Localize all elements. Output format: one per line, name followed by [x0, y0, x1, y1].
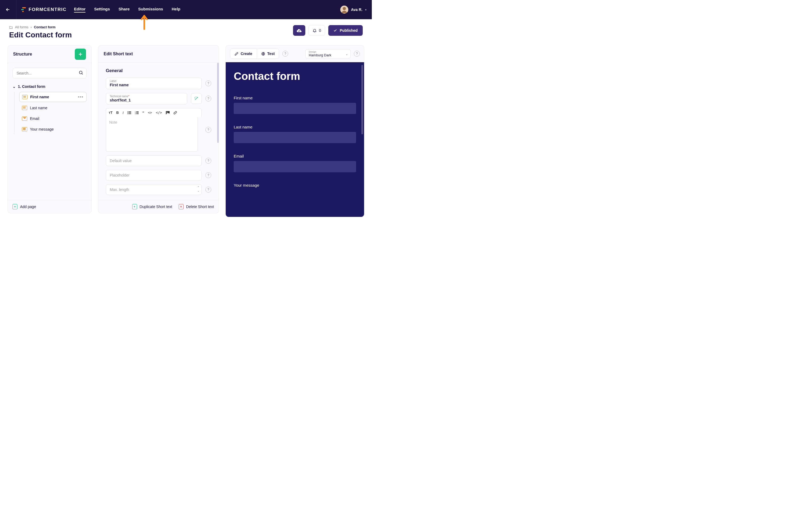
test-mode-button[interactable]: Test [257, 49, 279, 59]
chevron-down-icon[interactable]: ⌄ [197, 189, 200, 193]
rte-code-icon[interactable]: <> [148, 110, 152, 115]
edit-panel: Edit Short text General Label ? Technica… [98, 45, 219, 213]
svg-rect-6 [129, 112, 131, 113]
tree-root-label: 1. Contact form [18, 84, 45, 89]
rte-textsize-icon[interactable]: тT [109, 110, 112, 115]
technical-name-row: Technical name* ? [106, 93, 211, 104]
preview-form-title: Contact form [234, 70, 356, 82]
design-value: Hamburg Dark [309, 53, 347, 57]
help-icon[interactable]: ? [205, 96, 211, 101]
label-input-shell[interactable]: Label [106, 78, 202, 89]
tree-item-label: Last name [30, 106, 47, 110]
svg-rect-12 [136, 112, 139, 113]
rte-bold-icon[interactable]: B [116, 110, 119, 115]
svg-point-1 [343, 7, 346, 10]
note-textarea[interactable]: Note [106, 117, 198, 152]
nav-item-settings[interactable]: Settings [94, 7, 110, 12]
help-icon[interactable]: ? [205, 127, 211, 133]
bell-icon [312, 28, 317, 33]
preview-input[interactable] [234, 103, 356, 114]
search-input[interactable] [12, 68, 87, 78]
rte-quote-icon[interactable]: ” [142, 110, 144, 115]
structure-panel: Structure ⌄ 1. Contact form First name [7, 45, 92, 213]
breadcrumb-root[interactable]: All forms [15, 25, 29, 29]
preview-field-last-name: Last name [234, 125, 356, 143]
default-value-input[interactable] [106, 156, 202, 166]
rte-link-icon[interactable] [173, 110, 177, 115]
rte-ul-icon[interactable] [127, 110, 131, 115]
edit-footer: + Duplicate Short text × Delete Short te… [98, 200, 219, 213]
textarea-field-icon [22, 127, 27, 131]
help-icon[interactable]: ? [354, 51, 360, 57]
breadcrumb-current: Contact form [34, 25, 56, 29]
note-row: тT B I 123 ” <> </> Note ? [106, 108, 211, 152]
help-icon[interactable]: ? [205, 80, 211, 86]
add-page-icon: + [12, 204, 18, 209]
tree-item-message[interactable]: Your message [19, 125, 87, 134]
nav-item-help[interactable]: Help [172, 7, 180, 12]
rte-italic-icon[interactable]: I [123, 110, 124, 115]
help-icon[interactable]: ? [282, 51, 288, 57]
design-select[interactable]: Design Hamburg Dark ⌄ [305, 49, 351, 59]
page-header: All forms › Contact form Edit Contact fo… [0, 19, 372, 42]
help-icon[interactable]: ? [205, 172, 211, 178]
tree-item-label: Your message [30, 127, 54, 131]
nav-item-editor[interactable]: Editor [74, 7, 86, 12]
help-icon[interactable]: ? [205, 158, 211, 164]
technical-name-input[interactable] [110, 98, 183, 102]
rte-codeblock-icon[interactable]: </> [156, 110, 162, 115]
logo-mark-icon [21, 7, 26, 12]
svg-point-7 [128, 113, 129, 114]
workarea: Structure ⌄ 1. Contact form First name [0, 42, 372, 216]
preview-input[interactable] [234, 161, 356, 172]
preview-field-label: Email [234, 154, 356, 158]
check-icon [333, 29, 337, 32]
user-menu[interactable]: Ava R. ▾ [340, 6, 367, 13]
svg-rect-10 [136, 111, 139, 112]
preview-input[interactable] [234, 132, 356, 143]
tree-item-email[interactable]: Email [19, 114, 87, 123]
nav-item-submissions[interactable]: Submissions [138, 7, 163, 12]
logo-text: FORMCENTRIC [29, 7, 67, 12]
help-icon[interactable]: ? [205, 187, 211, 193]
chevron-up-icon[interactable]: ⌃ [197, 185, 200, 189]
notification-count: 0 [319, 28, 321, 33]
published-button[interactable]: Published [328, 25, 363, 36]
tree-item-first-name[interactable]: First name ••• [19, 92, 87, 102]
logo[interactable]: FORMCENTRIC [21, 7, 67, 12]
more-icon[interactable]: ••• [78, 95, 83, 99]
preview-field-label: First name [234, 96, 356, 100]
rte-ol-icon[interactable]: 123 [135, 110, 139, 115]
tree-root[interactable]: ⌄ 1. Contact form [12, 82, 87, 91]
preview-field-email: Email [234, 154, 356, 172]
notifications-button[interactable]: 0 [308, 25, 325, 36]
create-mode-button[interactable]: Create [230, 49, 257, 59]
number-stepper[interactable]: ⌃⌄ [197, 185, 200, 193]
cloud-save-button[interactable] [293, 25, 305, 36]
technical-input-shell[interactable]: Technical name* [106, 93, 187, 104]
default-value-row: ? [106, 156, 211, 166]
pencil-icon [235, 52, 239, 56]
label-input[interactable] [110, 83, 198, 87]
chevron-right-icon: › [31, 25, 32, 29]
avatar [340, 6, 348, 13]
create-label: Create [241, 52, 252, 56]
text-field-icon [22, 106, 27, 110]
nav-item-share[interactable]: Share [119, 7, 130, 12]
delete-button[interactable]: × Delete Short text [179, 204, 214, 209]
maxlength-row: ⌃⌄ ? [106, 184, 211, 195]
add-element-button[interactable] [75, 48, 86, 60]
svg-rect-4 [129, 111, 131, 112]
duplicate-button[interactable]: + Duplicate Short text [132, 204, 172, 209]
placeholder-input[interactable] [106, 170, 202, 180]
chevron-down-icon: ⌄ [12, 84, 16, 89]
preview-field-first-name: First name [234, 96, 356, 114]
rte-image-icon[interactable] [166, 110, 170, 115]
svg-rect-8 [129, 113, 131, 114]
maxlength-input[interactable] [106, 184, 202, 195]
tree-item-last-name[interactable]: Last name [19, 103, 87, 113]
back-button[interactable] [5, 7, 16, 12]
magic-wand-button[interactable] [191, 93, 202, 104]
add-page-button[interactable]: + Add page [12, 204, 36, 209]
svg-text:3: 3 [135, 113, 136, 114]
